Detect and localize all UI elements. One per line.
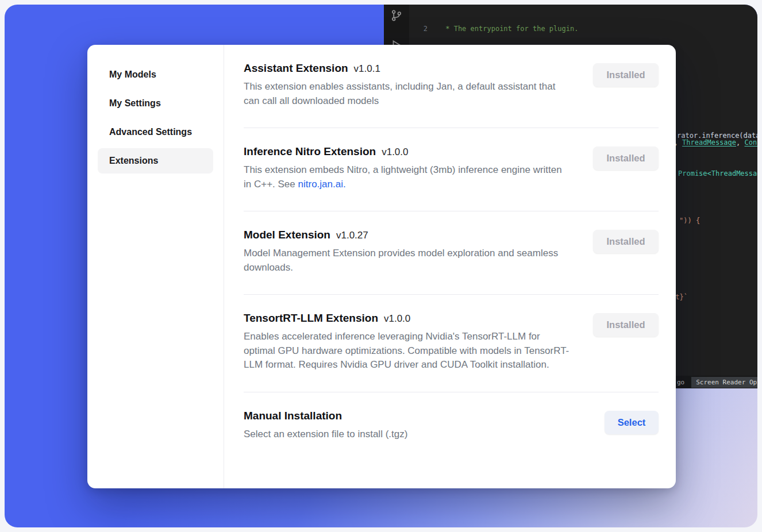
screenshot-stage: 2 * The entrypoint for the plugin. 3 */ …	[0, 0, 762, 532]
extension-row-tensorrt-llm: TensortRT-LLM Extension v1.0.0 Enables a…	[244, 295, 659, 392]
sidebar-item-label: My Settings	[109, 98, 161, 109]
extension-info: Model Extension v1.0.27 Model Management…	[244, 229, 593, 275]
manual-installation-row: Manual Installation Select an extension …	[244, 392, 659, 461]
installed-button[interactable]: Installed	[593, 313, 659, 337]
extension-title: Inference Nitro Extension	[244, 145, 376, 158]
sidebar-item-my-settings[interactable]: My Settings	[98, 91, 213, 116]
settings-sidebar: My Models My Settings Advanced Settings …	[87, 45, 224, 488]
extension-version: v1.0.1	[354, 63, 380, 75]
extension-title: TensortRT-LLM Extension	[244, 312, 378, 325]
manual-installation-description: Select an extension file to install (.tg…	[244, 427, 578, 442]
code-fragment: ")) {	[679, 217, 700, 225]
extension-row-model: Model Extension v1.0.27 Model Management…	[244, 211, 659, 295]
code-line: 2 * The entrypoint for the plugin.	[409, 24, 757, 34]
screen-reader-status-item[interactable]: Screen Reader Optimize	[691, 377, 757, 388]
extension-info: TensortRT-LLM Extension v1.0.0 Enables a…	[244, 312, 593, 372]
extension-info: Manual Installation Select an extension …	[244, 410, 605, 442]
settings-panel: My Models My Settings Advanced Settings …	[87, 45, 676, 488]
sidebar-item-my-models[interactable]: My Models	[98, 62, 213, 87]
extension-row-assistant: Assistant Extension v1.0.1 This extensio…	[244, 45, 659, 128]
extension-title: Model Extension	[244, 229, 330, 241]
manual-installation-title: Manual Installation	[244, 410, 342, 422]
extension-version: v1.0.0	[384, 313, 410, 325]
extension-row-inference-nitro: Inference Nitro Extension v1.0.0 This ex…	[244, 128, 659, 211]
extension-description: This extension embeds Nitro, a lightweig…	[244, 163, 570, 191]
extension-version: v1.0.27	[336, 230, 368, 241]
extension-info: Assistant Extension v1.0.1 This extensio…	[244, 62, 593, 108]
sidebar-item-extensions[interactable]: Extensions	[98, 148, 213, 174]
code-text: * The entrypoint for the plugin.	[428, 24, 578, 34]
sidebar-item-label: Extensions	[109, 156, 158, 166]
code-fragment: rator.inference(data));	[677, 132, 757, 140]
sidebar-item-label: Advanced Settings	[109, 127, 192, 137]
sidebar-item-advanced-settings[interactable]: Advanced Settings	[98, 119, 213, 145]
installed-button[interactable]: Installed	[593, 63, 659, 87]
extension-description: This extension enables assistants, inclu…	[244, 80, 570, 108]
extension-description: Enables accelerated inference leveraging…	[244, 330, 570, 372]
line-number: 2	[409, 24, 428, 34]
select-file-button[interactable]: Select	[605, 411, 659, 434]
sidebar-item-label: My Models	[109, 70, 156, 80]
installed-button[interactable]: Installed	[593, 230, 659, 253]
desktop-backdrop: 2 * The entrypoint for the plugin. 3 */ …	[5, 5, 757, 527]
nitro-jan-ai-link[interactable]: nitro.jan.ai.	[298, 179, 346, 190]
extensions-list: Assistant Extension v1.0.1 This extensio…	[224, 45, 676, 488]
status-text: go	[677, 379, 684, 386]
git-branch-icon[interactable]	[390, 9, 403, 22]
extension-version: v1.0.0	[382, 147, 408, 158]
extension-title: Assistant Extension	[244, 62, 348, 75]
code-fragment: Promise<ThreadMessage>	[678, 169, 757, 178]
extension-info: Inference Nitro Extension v1.0.0 This ex…	[244, 145, 593, 191]
extension-description: Model Management Extension provides mode…	[244, 246, 570, 275]
installed-button[interactable]: Installed	[593, 147, 659, 170]
